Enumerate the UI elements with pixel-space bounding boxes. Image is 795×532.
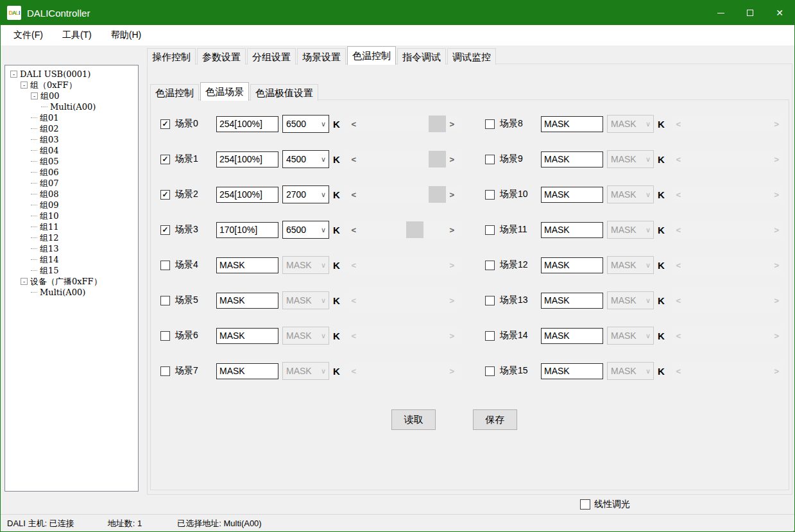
scene-level-input[interactable]: [216, 328, 278, 344]
scene-checkbox[interactable]: ✓: [160, 119, 170, 129]
tab-2[interactable]: 分组设置: [247, 48, 296, 65]
tree-node-4[interactable]: 组01: [5, 112, 138, 123]
scene-level-input[interactable]: [541, 222, 603, 238]
tree-node-10[interactable]: 组07: [5, 178, 138, 189]
scene-level-input[interactable]: [541, 151, 603, 167]
scene-checkbox[interactable]: ✓: [160, 296, 170, 305]
scene-temp-select[interactable]: MASK∨: [607, 362, 654, 380]
scene-temp-select[interactable]: MASK∨: [282, 256, 329, 274]
tree-node-11[interactable]: 组08: [5, 189, 138, 200]
device-tree[interactable]: -DALI USB(0001)-组（0xFF）-组00Multi(A00)组01…: [4, 65, 139, 492]
tree-node-3[interactable]: Multi(A00): [5, 101, 138, 112]
scrollbar-track[interactable]: [359, 221, 447, 238]
scene-checkbox[interactable]: ✓: [160, 261, 170, 270]
tree-node-6[interactable]: 组03: [5, 134, 138, 145]
menu-item-2[interactable]: 帮助(H): [105, 25, 148, 46]
scene-level-input[interactable]: [541, 187, 603, 203]
scene-temp-select[interactable]: MASK∨: [607, 327, 654, 345]
scrollbar-track[interactable]: [359, 186, 447, 203]
temp-scrollbar[interactable]: <>: [348, 186, 457, 203]
scene-checkbox[interactable]: ✓: [485, 225, 495, 235]
scrollbar-thumb[interactable]: [429, 186, 446, 203]
scene-level-input[interactable]: [541, 328, 603, 344]
scene-level-input[interactable]: [541, 116, 603, 132]
tree-node-1[interactable]: -组（0xFF）: [5, 80, 138, 90]
scene-level-input[interactable]: [541, 363, 603, 379]
scene-checkbox[interactable]: ✓: [485, 190, 495, 200]
tab-4[interactable]: 色温控制: [347, 46, 396, 65]
tree-node-2[interactable]: -组00: [5, 90, 138, 101]
scene-checkbox[interactable]: ✓: [160, 331, 170, 341]
scene-checkbox[interactable]: ✓: [485, 331, 495, 341]
scrollbar-thumb[interactable]: [429, 151, 446, 167]
tree-node-14[interactable]: 组11: [5, 221, 138, 232]
read-button[interactable]: 读取: [391, 409, 436, 430]
menu-item-1[interactable]: 工具(T): [56, 25, 98, 46]
scrollbar-thumb[interactable]: [429, 116, 446, 132]
tree-node-5[interactable]: 组02: [5, 123, 138, 134]
scrollbar-thumb[interactable]: [406, 221, 423, 238]
tab-0[interactable]: 操作控制: [147, 48, 196, 65]
scene-level-input[interactable]: [216, 116, 278, 132]
tab-3[interactable]: 场景设置: [297, 48, 346, 65]
tab-5[interactable]: 指令调试: [397, 48, 446, 65]
scene-temp-select[interactable]: MASK∨: [282, 291, 329, 309]
scene-checkbox[interactable]: ✓: [485, 296, 495, 305]
scene-temp-select[interactable]: MASK∨: [607, 256, 654, 274]
tree-node-15[interactable]: 组12: [5, 232, 138, 243]
minimize-button[interactable]: [706, 1, 735, 25]
temp-scrollbar[interactable]: <>: [348, 151, 457, 167]
tree-node-9[interactable]: 组06: [5, 167, 138, 178]
close-button[interactable]: ✕: [765, 1, 794, 25]
linear-dimming-checkbox[interactable]: ✓: [580, 499, 590, 510]
subtab-0[interactable]: 色温控制: [150, 84, 199, 101]
scrollbar-track[interactable]: [359, 116, 447, 132]
scene-temp-select[interactable]: 6500∨: [282, 115, 329, 133]
scene-checkbox[interactable]: ✓: [160, 225, 170, 235]
scene-checkbox[interactable]: ✓: [160, 155, 170, 164]
scene-level-input[interactable]: [216, 257, 278, 273]
scene-checkbox[interactable]: ✓: [485, 155, 495, 164]
scene-level-input[interactable]: [216, 293, 278, 309]
tree-node-7[interactable]: 组04: [5, 145, 138, 156]
scene-level-input[interactable]: [216, 151, 278, 167]
menu-item-0[interactable]: 文件(F): [7, 25, 49, 46]
scene-level-input[interactable]: [541, 293, 603, 309]
scene-temp-select[interactable]: MASK∨: [607, 185, 654, 203]
scroll-right-icon[interactable]: >: [447, 151, 457, 167]
scroll-right-icon[interactable]: >: [447, 221, 457, 238]
scene-temp-select[interactable]: 6500∨: [282, 221, 329, 239]
scene-level-input[interactable]: [541, 257, 603, 273]
tab-6[interactable]: 调试监控: [447, 48, 496, 65]
scene-checkbox[interactable]: ✓: [485, 366, 495, 376]
scene-level-input[interactable]: [216, 363, 278, 379]
tree-node-19[interactable]: -设备（广播0xFF）: [5, 276, 138, 287]
scroll-left-icon[interactable]: <: [348, 221, 359, 238]
subtab-2[interactable]: 色温极值设置: [250, 84, 318, 101]
scene-temp-select[interactable]: 2700∨: [282, 185, 329, 203]
resize-grip-icon[interactable]: [791, 528, 792, 529]
tree-node-20[interactable]: Multi(A00): [5, 287, 138, 298]
scroll-left-icon[interactable]: <: [348, 186, 359, 203]
save-button[interactable]: 保存: [473, 409, 517, 430]
scene-temp-select[interactable]: 4500∨: [282, 150, 329, 168]
tree-expander-icon[interactable]: -: [10, 71, 17, 78]
scroll-right-icon[interactable]: >: [447, 116, 457, 132]
scene-checkbox[interactable]: ✓: [485, 119, 495, 129]
scene-temp-select[interactable]: MASK∨: [607, 221, 654, 239]
tree-node-12[interactable]: 组09: [5, 200, 138, 210]
tab-1[interactable]: 参数设置: [197, 48, 246, 65]
scene-temp-select[interactable]: MASK∨: [607, 150, 654, 168]
scene-temp-select[interactable]: MASK∨: [607, 115, 654, 133]
maximize-button[interactable]: [735, 1, 765, 25]
tree-node-18[interactable]: 组15: [5, 265, 138, 276]
scene-level-input[interactable]: [216, 187, 278, 203]
scene-checkbox[interactable]: ✓: [160, 366, 170, 376]
scene-temp-select[interactable]: MASK∨: [282, 327, 329, 345]
tree-node-0[interactable]: -DALI USB(0001): [5, 69, 138, 80]
tree-expander-icon[interactable]: -: [21, 278, 28, 285]
scrollbar-track[interactable]: [359, 151, 447, 167]
tree-node-13[interactable]: 组10: [5, 210, 138, 221]
tree-expander-icon[interactable]: -: [21, 82, 28, 89]
tree-node-17[interactable]: 组14: [5, 254, 138, 265]
